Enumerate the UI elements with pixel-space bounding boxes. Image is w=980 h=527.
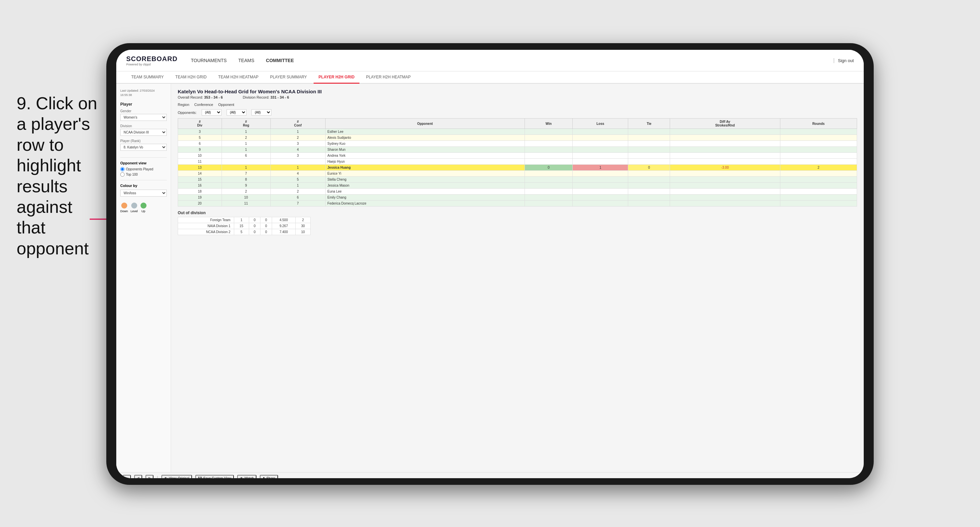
tab-player-h2h-grid[interactable]: PLAYER H2H GRID — [313, 71, 360, 84]
share-button[interactable]: ⬆ Share — [260, 475, 278, 478]
colour-by-select[interactable]: Win/loss — [120, 190, 167, 197]
eye-icon: 👁 — [164, 476, 167, 478]
legend-up: Up — [140, 203, 146, 213]
gender-label: Gender — [120, 109, 167, 113]
redo-button[interactable]: ↺ — [134, 475, 142, 478]
filter-opponent-group: Opponent — [218, 103, 234, 106]
nav-tournaments[interactable]: TOURNAMENTS — [191, 56, 227, 65]
tablet-frame: SCOREBOARD Powered by clippd TOURNAMENTS… — [106, 43, 874, 485]
nav-items: TOURNAMENTS TEAMS COMMITTEE — [191, 56, 833, 65]
col-win: Win — [525, 119, 573, 129]
col-diff: Diff AvStrokes/Rnd — [670, 119, 780, 129]
watch-icon: 👁 — [240, 476, 243, 478]
legend-down: Down — [120, 203, 128, 213]
legend: Down Level Up — [120, 203, 167, 213]
legend-level-circle — [131, 203, 137, 208]
table-row[interactable]: 1474 Eunice Yi — [178, 171, 857, 177]
legend-level: Level — [130, 203, 138, 213]
sidebar-divider — [120, 157, 167, 158]
region-filter-select[interactable]: (All) — [202, 109, 221, 116]
instruction-body: Click on a player's row to highlight res… — [17, 94, 97, 258]
division-label: Division — [120, 124, 167, 128]
radio-top100: Top 100 — [120, 172, 167, 177]
tab-team-summary[interactable]: TEAM SUMMARY — [126, 71, 169, 83]
nav-committee[interactable]: COMMITTEE — [266, 56, 294, 65]
sidebar-divider-2 — [120, 180, 167, 180]
table-header-row: #Div #Reg #Conf Opponent Win Loss Tie Di… — [178, 119, 857, 129]
logo: SCOREBOARD Powered by clippd — [126, 55, 191, 66]
undo-button[interactable]: ↩ — [123, 475, 131, 478]
opponents-filter-row: Opponents: (All) (All) (All) — [178, 109, 857, 116]
col-tie: Tie — [628, 119, 670, 129]
watch-button[interactable]: 👁 Watch — [237, 475, 256, 478]
grid-title: Katelyn Vo Head-to-Head Grid for Women's… — [178, 89, 857, 94]
table-row[interactable]: 1063 Andrea York — [178, 153, 857, 159]
player-rank-select[interactable]: 8. Katelyn Vo — [120, 144, 167, 151]
grid-record-row: Overall Record: 353 - 34 - 6 Division Re… — [178, 95, 857, 99]
nav-separator: | — [833, 57, 835, 63]
colour-by-label: Colour by — [120, 184, 167, 187]
col-div: #Div — [178, 119, 222, 129]
nav-teams[interactable]: TEAMS — [238, 56, 254, 65]
sidebar-player-label: Player — [120, 102, 167, 106]
share-icon: ⬆ — [262, 476, 265, 478]
instruction-number: 9. — [17, 94, 31, 113]
table-row[interactable]: 311 Esther Lee — [178, 129, 857, 135]
filter-conference: Conference — [194, 103, 213, 106]
table-row[interactable]: Foreign Team 100 4.5002 — [178, 217, 310, 223]
table-row[interactable]: 11 Haejo Hyun — [178, 159, 857, 165]
table-row[interactable]: 613 Sydney Kuo — [178, 141, 857, 147]
tab-team-h2h-heatmap[interactable]: TEAM H2H HEATMAP — [213, 71, 263, 83]
table-row[interactable]: 522 Alexis Sudijanto — [178, 135, 857, 141]
table-row[interactable]: 19106 Emily Chang — [178, 195, 857, 201]
col-reg: #Reg — [221, 119, 270, 129]
col-loss: Loss — [573, 119, 628, 129]
radio-opponents-played: Opponents Played — [120, 167, 167, 171]
player-rank-label: Player (Rank) — [120, 139, 167, 143]
tab-player-summary[interactable]: PLAYER SUMMARY — [265, 71, 312, 83]
toolbar-sep-1: | — [157, 476, 158, 478]
table-row[interactable]: 914 Sharon Mun — [178, 147, 857, 153]
tablet-screen: SCOREBOARD Powered by clippd TOURNAMENTS… — [116, 50, 864, 478]
view-original-button[interactable]: 👁 View: Original — [161, 475, 192, 478]
table-row[interactable]: 1585 Stella Cheng — [178, 177, 857, 183]
col-rounds: Rounds — [780, 119, 857, 129]
table-row[interactable]: 1691 Jessica Mason — [178, 183, 857, 189]
save-icon: 💾 — [198, 476, 202, 478]
tab-team-h2h-grid[interactable]: TEAM H2H GRID — [170, 71, 212, 83]
table-row[interactable]: 20117 Federica Domecq Lacroze — [178, 201, 857, 206]
sidebar: Last Updated: 27/03/2024 16:55:38 Player… — [116, 84, 171, 472]
filter-row: Region Conference Opponent — [178, 103, 857, 106]
opponent-view-label: Opponent view — [120, 161, 167, 165]
sub-nav: TEAM SUMMARY TEAM H2H GRID TEAM H2H HEAT… — [116, 71, 864, 84]
sign-out-link[interactable]: Sign out — [838, 58, 854, 63]
table-row[interactable]: NAIA Division 1 1500 9.26730 — [178, 223, 310, 229]
table-row-selected[interactable]: 1311 Jessica Huang 0 1 0 -3.00 2 — [178, 165, 857, 171]
sidebar-timestamp: Last Updated: 27/03/2024 16:55:38 — [120, 89, 167, 97]
forward-button[interactable]: ↻ — [145, 475, 153, 478]
conference-filter-select[interactable]: (All) — [227, 109, 247, 116]
bottom-toolbar: ↩ ↺ ↻ | 👁 View: Original 💾 Save Custom V… — [116, 472, 864, 478]
col-opponent: Opponent — [325, 119, 525, 129]
opponent-filter-select[interactable]: (All) — [251, 109, 271, 116]
tab-player-h2h-heatmap[interactable]: PLAYER H2H HEATMAP — [361, 71, 415, 83]
nav-bar: SCOREBOARD Powered by clippd TOURNAMENTS… — [116, 50, 864, 71]
legend-up-circle — [140, 203, 146, 208]
table-row[interactable]: NCAA Division 2 500 7.40010 — [178, 229, 310, 235]
save-custom-view-button[interactable]: 💾 Save Custom View — [195, 475, 234, 478]
col-conf: #Conf — [270, 119, 325, 129]
legend-down-circle — [121, 203, 127, 208]
table-row[interactable]: 1822 Euna Lee — [178, 189, 857, 195]
division-record: Division Record: 331 - 34 - 6 — [243, 95, 289, 99]
instruction-text: 9. Click on a player's row to highlight … — [17, 93, 103, 259]
data-table: #Div #Reg #Conf Opponent Win Loss Tie Di… — [178, 118, 857, 206]
overall-record: Overall Record: 353 - 34 - 6 — [178, 95, 223, 99]
gender-select[interactable]: Women's — [120, 114, 167, 121]
division-select[interactable]: NCAA Division III — [120, 129, 167, 136]
main-content: Last Updated: 27/03/2024 16:55:38 Player… — [116, 84, 864, 472]
out-of-division-table: Foreign Team 100 4.5002 NAIA Division 1 … — [178, 217, 310, 235]
out-of-division-heading: Out of division — [178, 211, 857, 215]
filter-region: Region — [178, 103, 189, 106]
grid-area: Katelyn Vo Head-to-Head Grid for Women's… — [171, 84, 864, 472]
radio-group: Opponents Played Top 100 — [120, 167, 167, 177]
